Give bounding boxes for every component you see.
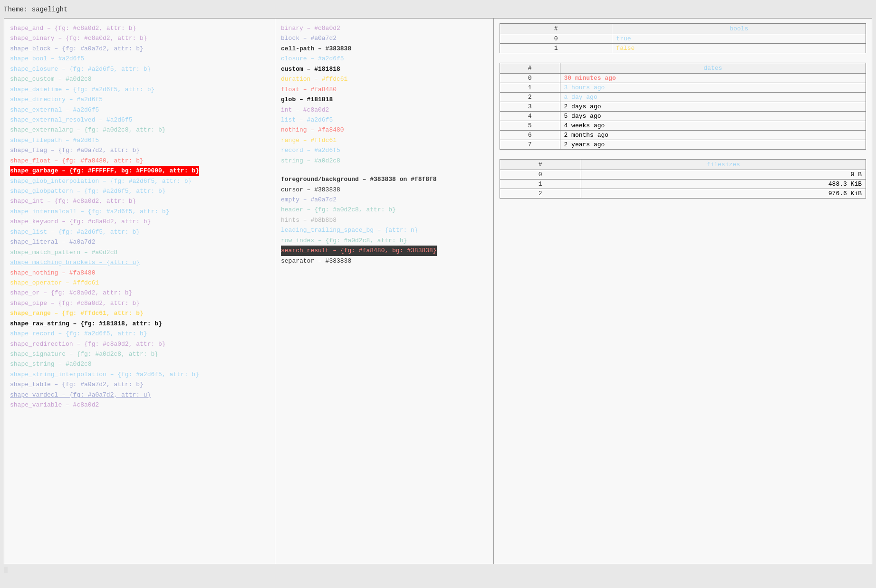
list-item: shape_glob_interpolation – {fg: #a2d6f5,… [10,176,269,186]
row-index: 3 [500,102,560,112]
cursor-block [4,567,8,573]
row-index: 2 [500,189,581,199]
list-item: shape_variable – #c8a0d2 [10,400,269,410]
list-item: shape_or – {fg: #c8a0d2, attr: b} [10,288,269,298]
list-item: shape_raw_string – {fg: #181818, attr: b… [10,319,269,329]
table-row: 2 a day ago [500,93,866,102]
list-item: shape_globpattern – {fg: #a2d6f5, attr: … [10,186,269,196]
table-row: 5 4 weeks ago [500,121,866,131]
list-item: nothing – #fa8480 [281,125,488,135]
list-item: record – #a2d6f5 [281,145,488,155]
list-item: shape_externalarg – {fg: #a0d2c8, attr: … [10,125,269,135]
table-row: 2 976.6 KiB [500,189,866,199]
date-value: 3 hours ago [560,83,866,93]
list-item: shape_string – #a0d2c8 [10,359,269,369]
theme-label: Theme: sagelight [4,4,872,15]
filesizes-hash-header: # [500,160,581,170]
row-index: 7 [500,140,560,150]
list-item-garbage: shape_garbage – {fg: #FFFFFF, bg: #FF000… [10,166,269,176]
list-item: shape_record – {fg: #a2d6f5, attr: b} [10,329,269,339]
table-row: 1 3 hours ago [500,83,866,93]
bool-value: false [612,44,866,53]
row-index: 0 [500,74,560,83]
dates-header: dates [560,63,866,74]
types-column: binary – #c8a0d2 block – #a0a7d2 cell-pa… [275,19,494,564]
list-item: shape_literal – #a0a7d2 [10,237,269,247]
bools-table: # bools 0 true 1 false [500,23,866,53]
list-item: list – #a2d6f5 [281,115,488,125]
row-index: 1 [500,44,612,53]
list-item: shape_custom – #a0d2c8 [10,74,269,84]
list-item: shape_external_resolved – #a2d6f5 [10,115,269,125]
list-item: shape_matching_brackets – {attr: u} [10,257,269,267]
list-item-search: search_result – {fg: #fa8480, bg: #38383… [281,246,488,256]
list-item: binary – #c8a0d2 [281,23,488,33]
bools-header: bools [612,24,866,34]
row-index: 5 [500,121,560,131]
dates-hash-header: # [500,63,560,74]
list-item: closure – #a2d6f5 [281,54,488,64]
cursor-indicator [4,566,872,573]
list-item: shape_binary – {fg: #c8a0d2, attr: b} [10,33,269,43]
list-item: shape_block – {fg: #a0a7d2, attr: b} [10,44,269,54]
main-container: shape_and – {fg: #c8a0d2, attr: b} shape… [4,18,872,564]
list-item: shape_pipe – {fg: #c8a0d2, attr: b} [10,298,269,308]
row-index: 6 [500,131,560,140]
list-item: cursor – #383838 [281,185,488,195]
list-item: shape_filepath – #a2d6f5 [10,135,269,145]
search-highlight: search_result – {fg: #fa8480, bg: #38383… [281,246,437,256]
date-value: 4 weeks ago [560,121,866,131]
filesize-value: 0 B [581,170,866,180]
list-item: shape_operator – #ffdc61 [10,278,269,288]
dates-table: # dates 0 30 minutes ago 1 3 hours ago 2 [500,63,866,150]
bools-section: # bools 0 true 1 false [500,23,866,55]
list-item: float – #fa8480 [281,85,488,95]
list-item: shape_bool – #a2d6f5 [10,54,269,64]
date-value: 5 days ago [560,112,866,121]
list-item: leading_trailing_space_bg – {attr: n} [281,225,488,235]
row-index: 0 [500,34,612,44]
table-row: 7 2 years ago [500,140,866,150]
list-item: shape_float – {fg: #fa8480, attr: b} [10,156,269,166]
list-item: shape_int – {fg: #c8a0d2, attr: b} [10,196,269,206]
tables-column: # bools 0 true 1 false [494,19,872,564]
table-row: 4 5 days ago [500,112,866,121]
table-row: 1 false [500,44,866,53]
list-item: empty – #a0a7d2 [281,195,488,205]
garbage-highlight: shape_garbage – {fg: #FFFFFF, bg: #FF000… [10,166,199,176]
list-item: int – #c8a0d2 [281,105,488,115]
table-row: 1 488.3 KiB [500,180,866,189]
list-item: shape_redirection – {fg: #c8a0d2, attr: … [10,339,269,349]
list-item: shape_list – {fg: #a2d6f5, attr: b} [10,227,269,237]
date-value: a day ago [560,93,866,102]
filesize-value: 976.6 KiB [581,189,866,199]
list-item: shape_vardecl – {fg: #a0a7d2, attr: u} [10,390,269,400]
dates-section: # dates 0 30 minutes ago 1 3 hours ago 2 [500,63,866,152]
list-item: header – {fg: #a0d2c8, attr: b} [281,205,488,215]
table-row: 3 2 days ago [500,102,866,112]
date-value: 2 months ago [560,131,866,140]
list-item: shape_signature – {fg: #a0d2c8, attr: b} [10,349,269,359]
filesizes-header: filesizes [581,160,866,170]
list-item: hints – #b8b8b8 [281,215,488,225]
list-item: shape_internalcall – {fg: #a2d6f5, attr:… [10,207,269,217]
list-item: shape_table – {fg: #a0a7d2, attr: b} [10,379,269,389]
list-item: shape_closure – {fg: #a2d6f5, attr: b} [10,64,269,74]
table-row: 0 0 B [500,170,866,180]
date-value: 2 days ago [560,102,866,112]
row-index: 2 [500,93,560,102]
row-index: 1 [500,83,560,93]
list-item: shape_match_pattern – #a0d2c8 [10,247,269,257]
row-index: 0 [500,170,581,180]
list-item: range – #ffdc61 [281,135,488,145]
list-item: cell-path – #383838 [281,44,488,54]
list-item: duration – #ffdc61 [281,74,488,84]
filesizes-section: # filesizes 0 0 B 1 488.3 KiB 2 [500,159,866,200]
list-item: glob – #181818 [281,95,488,104]
list-item: foreground/background – #383838 on #f8f8… [281,174,488,184]
list-item: shape_directory – #a2d6f5 [10,95,269,104]
list-item: shape_keyword – {fg: #c8a0d2, attr: b} [10,217,269,227]
list-item: shape_nothing – #fa8480 [10,268,269,278]
list-item: shape_flag – {fg: #a0a7d2, attr: b} [10,145,269,155]
bools-hash-header: # [500,24,612,34]
